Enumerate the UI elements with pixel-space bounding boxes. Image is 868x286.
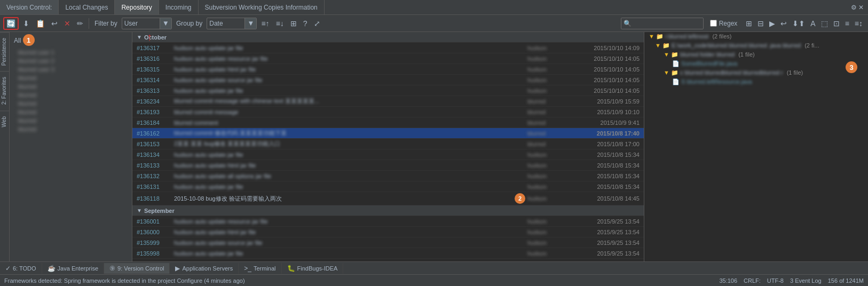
revert-button[interactable]: ↩ [49, 18, 60, 29]
tab-terminal[interactable]: >_ Terminal [239, 263, 281, 274]
version-control-icon: ⑨ [109, 265, 115, 272]
tab-settings-icon[interactable]: ⚙ ✕ [847, 4, 868, 11]
help-button[interactable]: ? [301, 18, 310, 29]
file2-label: S blurred.leftResource.java [681, 78, 752, 85]
filter-dropdown-btn[interactable]: ▼ [160, 18, 171, 29]
tree-folder1[interactable]: ▼ 📁 blurred folder blurred (1 file) [644, 50, 868, 59]
btn-r4[interactable]: ↩ [778, 18, 789, 29]
group-dropdown[interactable]: ▼ [207, 18, 257, 29]
left-item-5[interactable]: blurred [10, 82, 132, 91]
copy-button[interactable]: 📋 [34, 18, 47, 29]
filter-input[interactable] [122, 19, 160, 28]
btn-r1[interactable]: ⊞ [744, 18, 754, 29]
commit-row-136162[interactable]: #136162 blurred commit 修改代码 某某某某功能下某 blu… [132, 128, 644, 139]
update-button[interactable]: ⬇ [21, 18, 31, 29]
commit-row-136184[interactable]: #136184 blurred comment blurred 2015/10/… [132, 117, 644, 128]
group-input[interactable] [207, 19, 244, 28]
path-label: E:\work_code\blurred blurred blurred .ja… [672, 42, 801, 49]
left-item-4[interactable]: blurred [10, 74, 132, 82]
commit-row-136315[interactable]: #136315 hudson auto update html jar file… [132, 64, 644, 75]
tab-findbugs[interactable]: 🐛 FindBugs-IDEA [282, 263, 344, 274]
commit-row-136133[interactable]: #136133 hudson auto update html jar file… [132, 160, 644, 171]
java-icon-2: 📄 [672, 78, 680, 85]
tree-folder2[interactable]: ▼ 📁 c blurred blurredblurred blurredblur… [644, 68, 868, 77]
copy2-button[interactable]: ⊞ [288, 18, 299, 29]
separator1 [89, 18, 89, 29]
left-item-1[interactable]: blurred user 1 [10, 48, 132, 57]
october-header: ▼ October ↑ [132, 32, 644, 43]
web-tab[interactable]: Web [0, 110, 9, 132]
expand-button[interactable]: ⤢ [312, 18, 322, 29]
group-dropdown-btn[interactable]: ▼ [244, 18, 256, 29]
commit-row-136193[interactable]: #136193 blurred commit message blurred 2… [132, 107, 644, 117]
tab-todo[interactable]: ✓ 6: TODO [0, 263, 42, 274]
sort-desc-button[interactable]: ≡↓ [274, 18, 286, 29]
main-content: Persistence 2: Favorites Web All 1 blurr… [0, 32, 868, 261]
favorites-tab[interactable]: 2: Favorites [0, 71, 9, 110]
tab-version-control-bottom[interactable]: ⑨ 9: Version Control [104, 263, 170, 274]
left-item-7[interactable]: blurred [10, 99, 132, 108]
commit-row-136132[interactable]: #136132 hudson auto update all options j… [132, 171, 644, 181]
tab-incoming[interactable]: Incoming [159, 0, 199, 14]
java-icon-1: 📄 [672, 60, 680, 67]
side-tabs: Persistence 2: Favorites Web [0, 32, 10, 261]
commit-row-135998[interactable]: #135998 hudson auto update jar file huds… [132, 248, 644, 259]
delete-button[interactable]: ✕ [62, 18, 73, 29]
refresh-button[interactable]: 🔄 [3, 17, 19, 30]
commit-row-136000[interactable]: #136000 hudson auto update html jar file… [132, 227, 644, 237]
event-log[interactable]: 3 Event Log [790, 277, 822, 284]
pencil-button[interactable]: ✏ [75, 18, 85, 29]
left-item-2[interactable]: blurred user 2 [10, 57, 132, 65]
btn-r3[interactable]: ▶ [767, 18, 777, 29]
commit-row-136001[interactable]: #136001 hudson auto update resource jar … [132, 216, 644, 227]
commit-row-136314[interactable]: #136314 hudson auto update source jar fi… [132, 75, 644, 85]
btn-r10[interactable]: ≡↕ [853, 18, 865, 29]
btn-r8[interactable]: ⊡ [831, 18, 842, 29]
tab-app-servers[interactable]: ▶ Application Servers [170, 263, 239, 274]
commit-row-136134[interactable]: #136134 hudson auto update jar file huds… [132, 149, 644, 160]
sort-asc-button[interactable]: ≡↑ [259, 18, 271, 29]
commit-row-136118[interactable]: #136118 2015-10-08 bug修改 验证码需要输入两次 2 hud… [132, 192, 644, 205]
btn-r9[interactable]: ≡ [843, 18, 851, 29]
tree-file1[interactable]: 📄 SomeBlurredFile.java [644, 59, 868, 68]
commit-row-136313[interactable]: #136313 hudson auto update jar file huds… [132, 85, 644, 96]
search-input[interactable] [632, 20, 701, 27]
regex-label[interactable]: Regex [710, 20, 738, 27]
left-item-3[interactable]: blurred user 3 [10, 65, 132, 74]
tab-java-enterprise[interactable]: ☕ Java Enterprise [42, 263, 104, 274]
commit-row-136131[interactable]: #136131 hudson auto update jar file huds… [132, 181, 644, 192]
badge2: 2 [515, 193, 525, 204]
folder1-label: blurred folder blurred [680, 51, 735, 58]
left-item-8[interactable]: blurred [10, 108, 132, 116]
status-bar: Frameworks detected: Spring framework is… [0, 274, 868, 286]
persistence-tab[interactable]: Persistence [0, 32, 9, 71]
tab-local-changes[interactable]: Local Changes [59, 0, 115, 14]
tree-root[interactable]: ▼ 📁 i blurred leftmost (2 files) [644, 32, 868, 41]
toolbar: 🔄 ⬇ 📋 ↩ ✕ ✏ Filter by ▼ Group by ▼ ≡↑ ≡↓… [0, 15, 868, 32]
search-box[interactable]: 🔍 [621, 18, 704, 29]
btn-r6[interactable]: Α [808, 18, 817, 29]
commit-row-136153[interactable]: #136153 2某某 某某 bug修改 某某某某某功能入口 blurred 2… [132, 139, 644, 149]
tab-version-control[interactable]: Version Control: [0, 0, 59, 14]
commit-row-136316[interactable]: #136316 hudson auto update resource jar … [132, 53, 644, 64]
tab-svn-info[interactable]: Subversion Working Copies Information [199, 0, 325, 14]
tab-repository[interactable]: Repository [115, 0, 159, 14]
badge1: 1 [23, 34, 35, 46]
commit-row-136317[interactable]: #136317 hudson auto update jar file huds… [132, 43, 644, 53]
btn-r7[interactable]: ⬚ [819, 18, 830, 29]
btn-r2[interactable]: ⊟ [755, 18, 766, 29]
root-label: i blurred leftmost [665, 33, 708, 39]
tree-file2[interactable]: 📄 S blurred.leftResource.java [644, 77, 868, 86]
terminal-icon: >_ [244, 265, 251, 272]
right-panel: 3 ▼ 📁 i blurred leftmost (2 files) ▼ 📁 E… [644, 32, 868, 261]
tree-path[interactable]: ▼ 📁 E:\work_code\blurred blurred blurred… [644, 41, 868, 50]
commit-row-136234[interactable]: #136234 blurred commit message with chin… [132, 96, 644, 107]
commit-row-135999[interactable]: #135999 hudson auto update source jar fi… [132, 237, 644, 248]
left-item-9[interactable]: blurred [10, 116, 132, 125]
line-ending: CRLF: [744, 277, 761, 284]
left-item-10[interactable]: blurred [10, 125, 132, 133]
btn-r5[interactable]: ⬇⬆ [790, 18, 807, 29]
regex-checkbox[interactable] [710, 20, 717, 27]
left-item-6[interactable]: blurred [10, 91, 132, 99]
filter-dropdown[interactable]: ▼ [122, 18, 172, 29]
